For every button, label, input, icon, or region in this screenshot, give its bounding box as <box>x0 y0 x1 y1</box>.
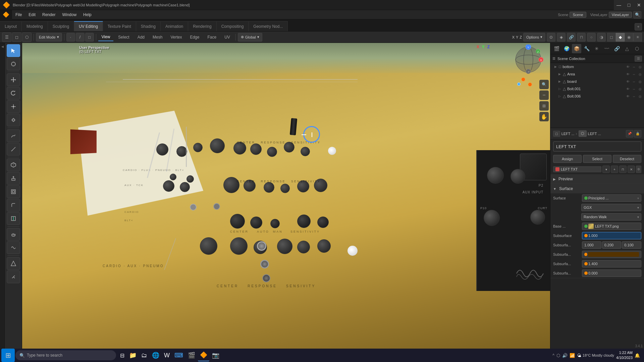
collapse-arrow-icon[interactable]: ◀ <box>1 45 4 48</box>
snap-toggle-btn[interactable]: 🔗 <box>567 33 576 42</box>
select-button[interactable]: Select <box>583 155 611 163</box>
vis-icon-3[interactable]: ◎ <box>637 64 643 69</box>
vis-icon-1[interactable]: 👁 <box>625 64 631 69</box>
start-button[interactable]: ⊞ <box>1 349 15 362</box>
zoom-in-btn[interactable]: 🔍 <box>539 80 549 89</box>
rp-icon-physics[interactable]: 〰 <box>602 44 611 53</box>
tool-scale[interactable] <box>7 100 20 113</box>
menu-window[interactable]: Window <box>59 10 80 19</box>
tray-icon-1[interactable]: ⬡ <box>556 353 560 358</box>
material-name-bar[interactable]: LEFT TXT <box>553 141 641 152</box>
vis-area-2[interactable]: ↔ <box>631 71 637 77</box>
vis-board-2[interactable]: ↔ <box>631 79 637 84</box>
gizmo-toggle-btn[interactable]: ◈ <box>557 33 566 42</box>
tab-texture-paint[interactable]: Texture Paint <box>103 21 136 31</box>
vis-bolt001-2[interactable]: ↔ <box>631 86 637 92</box>
tray-icon-network[interactable]: 📶 <box>570 353 575 358</box>
tool-add-cube[interactable] <box>7 159 20 171</box>
shading-wire-btn[interactable]: ◻ <box>607 33 616 42</box>
grab-view-btn[interactable]: ✋ <box>539 112 549 121</box>
file-explorer-btn[interactable]: 📁 <box>127 349 139 361</box>
tool-ruler[interactable] <box>7 143 20 156</box>
vis-icon-2[interactable]: ↔ <box>631 64 637 69</box>
vscode-btn[interactable]: ⌨ <box>172 349 185 361</box>
blender-logo[interactable]: 🔶 <box>0 10 12 19</box>
maximize-button[interactable]: □ <box>624 0 634 10</box>
menu-render[interactable]: Render <box>39 10 59 19</box>
search-icon-btn[interactable]: 🔍 <box>633 11 641 18</box>
shading-material-btn[interactable]: ◉ <box>625 33 633 42</box>
outliner-item-bottom[interactable]: ▶ □ bottom 👁 ↔ ◎ <box>550 63 644 70</box>
sidebar-toggle-btn[interactable]: ⬡ <box>22 33 32 42</box>
tool-pointer[interactable] <box>7 44 20 57</box>
nav-edge[interactable]: Edge <box>186 33 203 41</box>
subsurfa1-val3[interactable]: 0.100 <box>622 241 641 249</box>
tool-move[interactable] <box>7 73 20 86</box>
vis-board-1[interactable]: 👁 <box>625 79 631 84</box>
pin-icon[interactable]: 📌 <box>626 130 633 137</box>
rp-icon-modifier[interactable]: 🔧 <box>582 44 591 53</box>
viewport[interactable]: CENTER RESPONSE SENSITIVITY CENTER RESPO… <box>22 43 550 349</box>
menu-edit[interactable]: Edit <box>25 10 39 19</box>
tool-annotate[interactable] <box>7 129 20 142</box>
proportional-btn[interactable]: ⊓ <box>577 33 586 42</box>
ggx-selector[interactable]: GGX ▾ <box>581 204 641 211</box>
folder-btn[interactable]: 🗂 <box>139 349 149 361</box>
rp-icon-data[interactable]: △ <box>622 44 632 53</box>
tab-sculpting[interactable]: Sculpting <box>48 21 74 31</box>
shading-solid-btn[interactable]: ◆ <box>616 33 625 42</box>
vis-area-1[interactable]: 👁 <box>625 71 631 77</box>
nav-uv[interactable]: UV <box>221 33 233 41</box>
extra-btn[interactable]: 📷 <box>210 349 221 361</box>
surface-type-value[interactable]: Principled ... ▾ <box>582 194 641 202</box>
mat-name-field[interactable]: LEFT TXT <box>553 166 601 172</box>
subsurfa1-val1[interactable]: 1.000 <box>582 241 601 249</box>
tab-geometry-nodes[interactable]: Geometry Nod... <box>249 21 288 31</box>
tab-animation[interactable]: Animation <box>161 21 188 31</box>
zoom-out-btn[interactable]: − <box>539 90 549 100</box>
tool-rotate[interactable] <box>7 87 20 100</box>
mat-link-btn[interactable]: ⊓ <box>619 166 627 173</box>
shading-mode-btn[interactable]: ◑ <box>597 33 606 42</box>
mat-delete-btn[interactable]: ✕ <box>628 166 635 173</box>
tool-smooth[interactable] <box>7 241 20 254</box>
vis-bolt006-1[interactable]: 👁 <box>625 94 631 99</box>
outliner-item-area[interactable]: ▶ △ Area 👁 ↔ ◎ <box>550 70 644 78</box>
blender-taskbar-btn[interactable]: 🔶 <box>198 349 209 361</box>
edge-select-btn[interactable]: / <box>76 33 85 42</box>
minimize-button[interactable]: — <box>614 0 624 10</box>
rp-icon-constraints[interactable]: 🔗 <box>612 44 622 53</box>
rp-icon-scene[interactable]: 🎬 <box>552 44 561 53</box>
surface-header[interactable]: ▼ Surface <box>550 184 644 193</box>
nav-add[interactable]: Add <box>134 33 148 41</box>
vis-bolt006-3[interactable]: ◎ <box>637 94 643 99</box>
tool-toggle-btn[interactable]: ☰ <box>2 33 11 42</box>
outliner-item-bolt001[interactable]: ▷ △ Bolt.001 👁 ↔ ◎ <box>550 85 644 93</box>
outliner-item-bolt006[interactable]: ▷ △ Bolt.006 👁 ↔ ◎ <box>550 93 644 100</box>
edge-btn[interactable]: 🌐 <box>150 349 161 361</box>
menu-file[interactable]: File <box>12 10 25 19</box>
overlay-toggle-btn[interactable]: ⊙ <box>547 33 555 42</box>
falloff-btn[interactable]: ○ <box>587 33 596 42</box>
viewlayer-selector[interactable]: ViewLayer <box>609 12 632 18</box>
vis-area-3[interactable]: ◎ <box>637 71 643 77</box>
mat-new-btn[interactable]: + <box>611 166 618 173</box>
tool-extrude[interactable] <box>7 172 20 185</box>
notification-btn[interactable]: 🔔 <box>635 353 640 358</box>
subsurfa1-val2[interactable]: 0.200 <box>602 241 622 249</box>
mode-selector[interactable]: Edit Mode ▾ <box>36 33 62 42</box>
nav-view[interactable]: View <box>98 33 114 41</box>
face-select-btn[interactable]: □ <box>85 33 94 42</box>
tool-cursor[interactable] <box>7 58 20 70</box>
rp-icon-material[interactable]: ⬡ <box>632 44 642 53</box>
tab-uv-editing[interactable]: UV Editing <box>74 21 103 31</box>
tool-snap[interactable] <box>7 257 20 270</box>
tool-transform[interactable] <box>7 114 20 126</box>
tab-shading[interactable]: Shading <box>136 21 161 31</box>
outliner-filter-btn[interactable]: ☰ <box>635 56 642 62</box>
workspace-add-btn[interactable]: + <box>635 23 642 31</box>
vis-bolt006-2[interactable]: ↔ <box>631 94 637 99</box>
hidden-icons-btn[interactable]: ^ <box>552 353 554 358</box>
tray-icon-2[interactable]: 🔊 <box>562 353 568 358</box>
tool-grab[interactable] <box>7 228 20 241</box>
